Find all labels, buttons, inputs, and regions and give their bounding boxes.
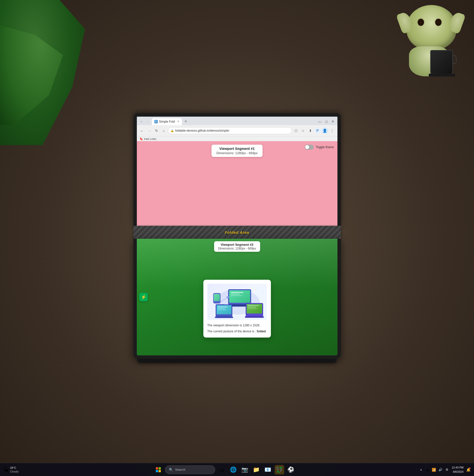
- viewport-segment-2-dimensions: Dimensions: 1280px - 669px: [218, 247, 256, 250]
- bookmarks-bar: 🔖 Intel Links: [137, 136, 337, 141]
- clock-time: 12:43 PM: [452, 465, 463, 470]
- tab-favicon: F: [154, 120, 158, 123]
- notification-button[interactable]: 🔔: [465, 467, 471, 472]
- taskbar-icon-edge[interactable]: 🌐: [229, 465, 238, 474]
- toggle-switch[interactable]: [305, 145, 314, 150]
- windows-logo-icon: [156, 467, 161, 472]
- toggle-iframe-control[interactable]: Toggle iframe: [305, 145, 334, 150]
- weather-desc: Cloudy: [10, 470, 19, 473]
- download-button[interactable]: ⬇: [307, 127, 314, 134]
- bookmark-button[interactable]: ☆: [300, 127, 306, 134]
- taskbar-icon-app1[interactable]: 💱: [275, 465, 284, 474]
- taskbar-icon-files[interactable]: 📁: [252, 465, 261, 474]
- window-close-button[interactable]: ✕: [330, 119, 335, 124]
- window-restore-button[interactable]: ◻: [324, 119, 329, 124]
- laptop-bottom-bezel: [137, 359, 337, 363]
- reload-button[interactable]: ↻: [153, 127, 160, 134]
- menu-button[interactable]: ⋮: [329, 127, 335, 134]
- coffee-mug: [430, 50, 453, 75]
- bookmarks-icon: 🔖: [139, 137, 143, 141]
- svg-rect-16: [215, 316, 233, 318]
- viewport-segment-1-label: Viewport Segment #1: [216, 147, 258, 151]
- svg-rect-24: [248, 305, 259, 306]
- viewport-segment-1-badge: Viewport Segment #1 Dimensions: 1280px -…: [211, 145, 263, 157]
- screen-app-icon[interactable]: ⚡: [139, 293, 148, 301]
- taskbar-icon-explorer[interactable]: 🗂: [217, 465, 227, 474]
- tray-icon-cloud[interactable]: ☁: [425, 467, 430, 472]
- notification-badge: [469, 467, 470, 469]
- browser-nav-back[interactable]: ‹: [139, 119, 144, 124]
- weather-widget[interactable]: 🌤 18°C Cloudy: [3, 466, 31, 473]
- clock-display[interactable]: 12:43 PM 4/8/2024: [452, 465, 463, 474]
- system-tray: ∧ ☁ 📶 🔊 ⚙ 12:43 PM 4/8/2024 🔔: [419, 465, 471, 474]
- viewport-segment-2-label: Viewport Segment #2: [218, 243, 256, 247]
- svg-rect-17: [218, 306, 228, 307]
- toggle-iframe-label: Toggle iframe: [316, 145, 334, 149]
- demo-info-card: The viewport dimension is 1280 x 1528. T…: [203, 280, 271, 338]
- home-button[interactable]: ⌂: [161, 127, 167, 134]
- cast-button[interactable]: ⬡: [293, 127, 299, 134]
- browser-ui: ‹ › F Simple Fold ✕ + — ◻ ✕ ←: [137, 117, 337, 141]
- browser-content-area: Viewport Segment #1 Dimensions: 1280px -…: [137, 141, 337, 226]
- back-button[interactable]: ←: [139, 127, 145, 134]
- weather-info: 18°C Cloudy: [10, 466, 19, 473]
- svg-rect-18: [218, 308, 225, 309]
- forward-button[interactable]: →: [146, 127, 153, 134]
- tab-title: Simple Fold: [159, 120, 175, 123]
- tray-icon-wifi[interactable]: 📶: [431, 467, 437, 472]
- search-placeholder-text: Search: [175, 468, 185, 471]
- browser-navbar: ← → ↻ ⌂ 🔒 foldable-devices.github.io/dem…: [137, 125, 337, 136]
- demo-text-posture: The current posture of the device is : f…: [207, 329, 267, 334]
- window-minimize-button[interactable]: —: [317, 119, 322, 124]
- bookmarks-label[interactable]: Intel Links: [144, 137, 157, 140]
- tray-icon-volume[interactable]: 🔊: [438, 467, 443, 472]
- taskbar-icon-outlook[interactable]: 📧: [263, 465, 273, 474]
- svg-rect-12: [231, 295, 242, 296]
- screen-top-panel: ‹ › F Simple Fold ✕ + — ◻ ✕ ←: [133, 113, 341, 226]
- svg-rect-11: [231, 294, 240, 294]
- svg-rect-23: [245, 316, 264, 318]
- tab-close-icon[interactable]: ✕: [177, 120, 179, 123]
- start-button[interactable]: [154, 465, 163, 474]
- demo-posture-label: The current posture of the device is :: [207, 330, 256, 333]
- security-icon: 🔒: [171, 129, 174, 132]
- weather-temp: 18°C: [10, 466, 19, 469]
- taskbar-icon-photos[interactable]: 📷: [240, 465, 250, 474]
- taskbar: 🌤 18°C Cloudy 🔍 Search 🗂 🌐: [0, 463, 474, 476]
- demo-posture-value: folded: [257, 330, 266, 333]
- taskbar-center: 🔍 Search 🗂 🌐 📷 📁 📧 💱 ⚽: [31, 465, 419, 474]
- svg-rect-3: [214, 294, 220, 301]
- fold-area-label: Folded Area: [225, 230, 249, 234]
- browser-tab-active[interactable]: F Simple Fold ✕: [152, 118, 182, 125]
- laptop-device: ‹ › F Simple Fold ✕ + — ◻ ✕ ←: [133, 113, 341, 363]
- weather-icon: 🌤: [3, 466, 9, 473]
- fold-hinge-area: Folded Area: [133, 226, 341, 239]
- new-tab-button[interactable]: +: [183, 119, 189, 125]
- viewport-segment-1-dimensions: Dimensions: 1280px - 669px: [216, 151, 258, 155]
- address-bar[interactable]: 🔒 foldable-devices.github.io/demos/simpl…: [168, 127, 292, 134]
- svg-rect-9: [232, 304, 247, 306]
- clock-date: 4/8/2024: [452, 470, 463, 474]
- svg-rect-26: [248, 308, 257, 309]
- devices-illustration: [207, 284, 267, 320]
- browser-nav-forward[interactable]: ›: [145, 119, 151, 124]
- svg-rect-25: [248, 307, 256, 307]
- screen-bottom-panel: Viewport Segment #2 Dimensions: 1280px -…: [133, 239, 341, 359]
- taskbar-icon-chrome[interactable]: ⚽: [286, 465, 296, 474]
- svg-rect-19: [218, 309, 227, 310]
- search-box[interactable]: 🔍 Search: [165, 465, 215, 474]
- demo-text-viewport: The viewport dimension is 1280 x 1528.: [207, 323, 267, 328]
- devices-svg: [208, 286, 266, 318]
- url-text: foldable-devices.github.io/demos/simple/: [175, 129, 229, 132]
- viewport-segment-2-badge: Viewport Segment #2 Dimensions: 1280px -…: [214, 241, 260, 252]
- profile-button[interactable]: 👤: [322, 127, 328, 134]
- search-icon: 🔍: [169, 468, 173, 472]
- extension-button[interactable]: P: [314, 127, 321, 134]
- svg-rect-10: [231, 292, 243, 293]
- svg-rect-4: [215, 303, 219, 303]
- tray-expand-button[interactable]: ∧: [419, 467, 424, 472]
- tab-bar: ‹ › F Simple Fold ✕ + — ◻ ✕: [137, 117, 337, 125]
- tray-icon-settings[interactable]: ⚙: [444, 467, 450, 472]
